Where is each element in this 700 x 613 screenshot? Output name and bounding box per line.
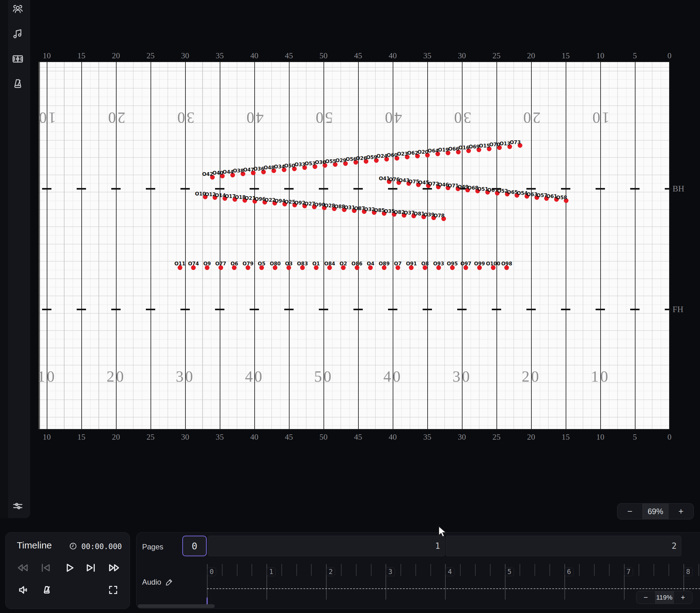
fullscreen-button[interactable] xyxy=(106,583,120,597)
performer-dot[interactable]: O5 xyxy=(259,265,264,270)
hash-mark xyxy=(492,309,501,310)
drill-field-canvas[interactable] xyxy=(38,61,670,430)
performer-label: O44 xyxy=(223,169,234,175)
performer-dot[interactable]: O89 xyxy=(382,265,386,270)
canvas-zoom-out-button[interactable]: − xyxy=(617,504,642,519)
yard-ruler-label-bottom: 10 xyxy=(43,432,51,442)
performer-label: O77 xyxy=(215,261,226,266)
timeline-zoom-out-button[interactable]: − xyxy=(636,591,655,604)
fast-forward-button[interactable] xyxy=(107,561,121,575)
performer-dot[interactable]: O74 xyxy=(191,265,196,270)
skip-to-start-button[interactable] xyxy=(39,561,52,575)
performer-dot[interactable]: O77 xyxy=(219,265,223,270)
performer-label: O98 xyxy=(501,261,512,266)
performer-label: O34 xyxy=(274,164,285,170)
performer-dot[interactable]: O83 xyxy=(300,265,305,270)
performer-label: O82 xyxy=(394,209,405,215)
performer-dot[interactable]: O8 xyxy=(423,265,427,270)
timeline-zoom-value: 119% xyxy=(655,591,674,604)
page-span-number: 1 xyxy=(435,541,440,551)
performer-dot[interactable]: O97 xyxy=(463,265,468,270)
time-readout: 00:00.000 xyxy=(81,542,122,551)
adjust-filters-icon[interactable] xyxy=(11,499,25,513)
performer-label: O31 xyxy=(344,205,355,210)
page-span-2[interactable]: 2 xyxy=(446,536,681,556)
performer-dot[interactable]: O6 xyxy=(232,265,237,270)
timeline-zoom-in-button[interactable]: + xyxy=(674,591,692,604)
performer-dot[interactable]: O93 xyxy=(436,265,441,270)
performer-label: O19 xyxy=(438,147,449,153)
performer-label: O90 xyxy=(314,202,325,208)
hash-mark xyxy=(181,309,190,310)
performer-dot[interactable]: O7 xyxy=(396,265,400,270)
performer-dot[interactable]: O9 xyxy=(205,265,209,270)
canvas-zoom-value: 69% xyxy=(642,504,669,519)
performer-dot[interactable]: O3 xyxy=(287,265,291,270)
canvas-zoom-in-button[interactable]: + xyxy=(669,504,694,519)
hash-mark xyxy=(181,188,190,190)
front-hash-label: FH xyxy=(673,305,684,314)
performer-dot[interactable]: O11 xyxy=(177,265,182,270)
volume-button[interactable] xyxy=(16,583,30,597)
performer-dot[interactable]: O84 xyxy=(327,265,332,270)
performer-label: O81 xyxy=(413,211,424,217)
beat-label: 7 xyxy=(624,568,633,576)
performer-dot[interactable]: O86 xyxy=(355,265,359,270)
performer-dot[interactable]: O100 xyxy=(491,265,496,270)
play-button[interactable] xyxy=(63,561,76,575)
performer-dot[interactable]: O58 xyxy=(564,198,568,203)
performer-label: O74 xyxy=(188,261,199,266)
performer-label: O36 xyxy=(253,166,264,172)
beat-tick xyxy=(311,564,312,576)
timeline-scrollbar-thumb[interactable] xyxy=(138,604,215,608)
performer-dot[interactable]: O80 xyxy=(273,265,277,270)
performer-dot[interactable]: O79 xyxy=(246,265,250,270)
performer-label: O99 xyxy=(474,261,485,266)
performer-label: O86 xyxy=(352,261,362,266)
page-span-number: 2 xyxy=(672,541,677,551)
skip-to-end-button[interactable] xyxy=(84,561,98,575)
hash-mark xyxy=(596,309,605,310)
beat-tick xyxy=(251,564,252,576)
performer-label: O43 xyxy=(399,178,410,183)
performer-label: O96 xyxy=(255,196,266,202)
timeline-title: Timeline xyxy=(17,540,52,551)
rewind-button[interactable] xyxy=(16,561,30,575)
performer-label: O32 xyxy=(364,206,375,212)
performer-dot[interactable]: O73 xyxy=(518,143,523,148)
performer-dot[interactable]: O91 xyxy=(409,265,413,270)
performer-dot[interactable]: O4 xyxy=(368,265,373,270)
performer-label: O48 xyxy=(264,165,275,171)
audio-track-line xyxy=(207,588,700,589)
edit-audio-icon[interactable] xyxy=(165,578,173,587)
yard-ruler-label-bottom: 50 xyxy=(319,432,328,442)
performer-label: O87 xyxy=(354,206,365,211)
field-icon[interactable] xyxy=(11,52,25,66)
performer-label: O62 xyxy=(407,150,418,156)
metronome-icon[interactable] xyxy=(11,77,25,91)
performer-dot[interactable]: O1 xyxy=(314,265,318,270)
beat-label: 6 xyxy=(565,568,573,576)
beat-tick xyxy=(698,564,699,576)
performer-label: O66 xyxy=(448,146,459,152)
metronome-mute-button[interactable] xyxy=(40,583,54,597)
performer-dot[interactable]: O95 xyxy=(450,265,455,270)
page-chip-0[interactable]: 0 xyxy=(182,536,207,556)
performer-dot[interactable]: O2 xyxy=(341,265,346,270)
performer-label: O1 xyxy=(312,261,320,266)
clock-icon xyxy=(69,542,77,551)
performer-dot[interactable]: O98 xyxy=(504,265,509,270)
performer-label: O92 xyxy=(294,200,305,206)
beat-tick xyxy=(415,564,416,576)
yard-ruler-label-bottom: 5 xyxy=(633,432,637,442)
performer-dot[interactable]: O99 xyxy=(477,265,482,270)
performer-label: O40 xyxy=(212,170,223,176)
performer-label: O89 xyxy=(379,261,389,266)
hash-mark xyxy=(250,188,259,190)
page-span-1[interactable]: 1 xyxy=(208,536,445,556)
performer-label: O14 xyxy=(215,192,226,198)
beat-label: 3 xyxy=(386,568,395,576)
music-icon[interactable] xyxy=(11,27,25,41)
performers-icon[interactable] xyxy=(11,2,25,16)
performer-label: O75 xyxy=(408,179,419,185)
